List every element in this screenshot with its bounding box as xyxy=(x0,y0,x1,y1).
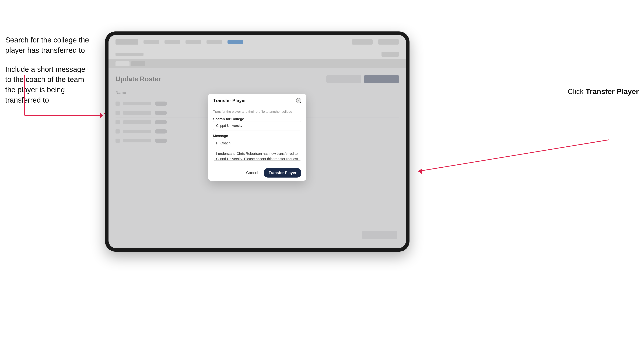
svg-line-6 xyxy=(418,140,609,171)
svg-marker-4 xyxy=(100,113,103,118)
annotation-click-label: Click xyxy=(568,87,586,96)
transfer-player-button[interactable]: Transfer Player xyxy=(264,168,301,177)
annotation-search-text: Search for the college the player has tr… xyxy=(5,35,93,56)
message-label: Message xyxy=(213,134,228,138)
college-search-input[interactable] xyxy=(213,121,301,130)
ipad-screen: Update Roster Name xyxy=(108,35,406,248)
cancel-button[interactable]: Cancel xyxy=(244,169,261,177)
modal-close-button[interactable]: × xyxy=(296,98,301,103)
search-label: Search for College xyxy=(213,117,244,121)
annotation-message-text: Include a short message to the coach of … xyxy=(5,64,93,105)
annotation-transfer-label: Transfer Player xyxy=(586,87,639,96)
annotation-right: Click Transfer Player xyxy=(568,87,639,96)
modal-dialog: Transfer Player × Transfer the player an… xyxy=(208,94,306,181)
svg-marker-7 xyxy=(418,169,422,174)
modal-footer: Cancel Transfer Player xyxy=(208,165,306,181)
ipad-frame: Update Roster Name xyxy=(105,31,410,252)
modal-description: Transfer the player and their profile to… xyxy=(213,110,301,114)
annotation-left: Search for the college the player has tr… xyxy=(5,35,93,114)
modal-body: Transfer the player and their profile to… xyxy=(208,106,306,165)
modal-title: Transfer Player xyxy=(213,98,246,103)
message-textarea[interactable] xyxy=(213,138,301,161)
modal-overlay: Transfer Player × Transfer the player an… xyxy=(108,35,406,248)
modal-header: Transfer Player × xyxy=(208,94,306,106)
